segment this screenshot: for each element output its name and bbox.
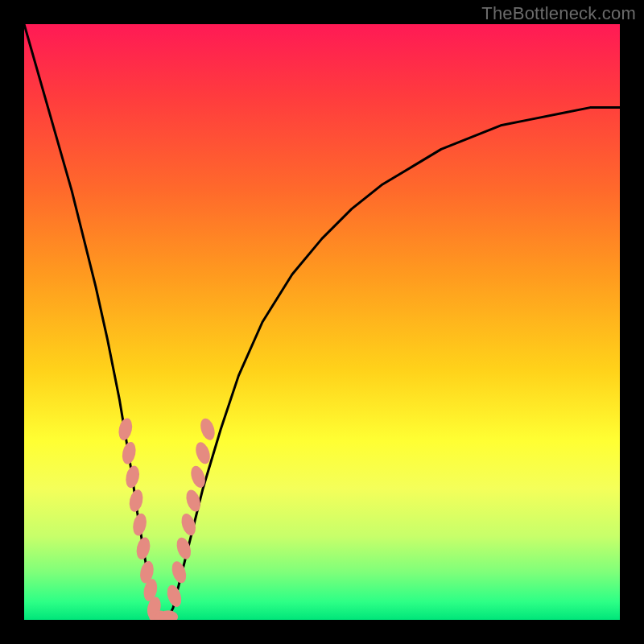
marker-bead (134, 536, 151, 561)
marker-bead (117, 417, 134, 442)
marker-layer (117, 416, 217, 620)
watermark-text: TheBottleneck.com (481, 3, 636, 24)
marker-bead (169, 559, 188, 585)
marker-bead (165, 584, 184, 609)
bottleneck-curve (24, 24, 620, 620)
marker-bead (127, 489, 144, 514)
marker-bead (124, 464, 141, 489)
marker-bead (198, 416, 217, 442)
marker-bead (193, 440, 213, 466)
plot-area (24, 24, 620, 620)
marker-bead (121, 440, 138, 465)
marker-bead (131, 512, 148, 537)
curve-svg (24, 24, 620, 620)
chart-frame: TheBottleneck.com (0, 0, 644, 644)
